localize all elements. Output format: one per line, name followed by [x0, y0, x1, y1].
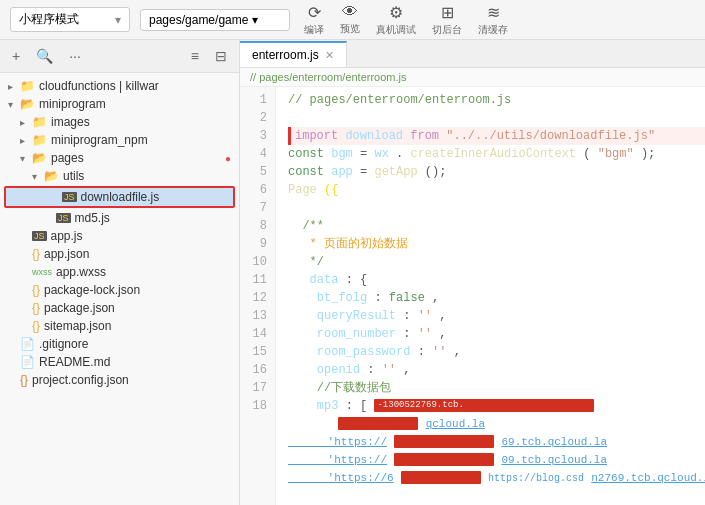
code-line-13: queryResult : '' ,: [288, 307, 705, 325]
code-text: (: [583, 147, 590, 161]
code-line-6: Page ({: [288, 181, 705, 199]
add-file-button[interactable]: +: [8, 46, 24, 66]
code-line-10: */: [288, 253, 705, 271]
code-text: ,: [439, 309, 446, 323]
code-keyword-from: from: [410, 129, 446, 143]
sidebar-item-projectconfig[interactable]: {} project.config.json: [0, 371, 239, 389]
code-content: // pages/enterroom/enterroom.js import d…: [276, 87, 705, 505]
line-num-5: 5: [240, 163, 275, 181]
line-numbers: 1 2 3 4 5 6 7 8 9 10 11 12 13 14 15 16 1…: [240, 87, 276, 505]
sidebar-item-appwxss[interactable]: wxss app.wxss: [0, 263, 239, 281]
code-text: createInnerAudioContext: [410, 147, 576, 161]
code-text: ({: [324, 183, 338, 197]
code-text: ,: [454, 345, 461, 359]
code-text: bt_folg: [288, 291, 367, 305]
item-label: cloudfunctions | killwar: [39, 79, 159, 93]
item-label: sitemap.json: [44, 319, 111, 333]
search-button[interactable]: 🔍: [32, 46, 57, 66]
censored-bar: -1300522769.tcb.: [374, 399, 594, 412]
code-text: room_password: [288, 345, 410, 359]
mode-select[interactable]: 小程序模式 ▾: [10, 7, 130, 32]
code-text: =: [360, 165, 374, 179]
sidebar-item-packagelock[interactable]: {} package-lock.json: [0, 281, 239, 299]
refresh-button[interactable]: ⟳ 编译: [304, 3, 324, 37]
code-line-20: 'https:// 69.tcb.qcloud.la: [288, 433, 705, 451]
tab-enterroom[interactable]: enterroom.js ✕: [240, 41, 347, 67]
sidebar-item-downloadfile[interactable]: JS downloadfile.js: [4, 186, 235, 208]
code-text: room_number: [288, 327, 396, 341]
sidebar-item-gitignore[interactable]: 📄 .gitignore: [0, 335, 239, 353]
url-text: 09.tcb.qcloud.la: [501, 454, 607, 466]
code-text: // pages/enterroom/enterroom.js: [288, 93, 511, 107]
item-label: md5.js: [75, 211, 110, 225]
line-num-9: 9: [240, 235, 275, 253]
line-num-1: 1: [240, 91, 275, 109]
json-file-icon: {}: [32, 319, 40, 333]
sidebar-item-cloudfunctions[interactable]: ▸ 📁 cloudfunctions | killwar: [0, 77, 239, 95]
code-text: data: [310, 273, 339, 287]
item-label: images: [51, 115, 90, 129]
collapse-button[interactable]: ⊟: [211, 46, 231, 66]
clearcache-button[interactable]: ≋ 清缓存: [478, 3, 508, 37]
path-select[interactable]: pages/game/game ▾: [140, 9, 290, 31]
item-label: package-lock.json: [44, 283, 140, 297]
sidebar: + 🔍 ··· ≡ ⊟ ▸ 📁 cloudfunctions | killwar…: [0, 40, 240, 505]
code-line-9: * 页面的初始数据: [288, 235, 705, 253]
sidebar-item-package[interactable]: {} package.json: [0, 299, 239, 317]
censored-bar-5: [401, 471, 481, 484]
code-string: "../../utils/downloadfile.js": [446, 129, 655, 143]
item-label: project.config.json: [32, 373, 129, 387]
json-file-icon: {}: [32, 283, 40, 297]
code-text: );: [641, 147, 655, 161]
code-keyword-import: import: [295, 129, 345, 143]
code-text: '': [382, 363, 396, 377]
tab-close-button[interactable]: ✕: [325, 49, 334, 62]
censored-bar-2: [338, 417, 418, 430]
folder-icon: 📂: [20, 97, 35, 111]
sidebar-item-miniprogram[interactable]: ▾ 📂 miniprogram: [0, 95, 239, 113]
code-line-14: room_number : '' ,: [288, 325, 705, 343]
arrow-icon: ▾: [8, 99, 20, 110]
backend-button[interactable]: ⊞ 切后台: [432, 3, 462, 37]
item-label: app.wxss: [56, 265, 106, 279]
code-text: wx: [374, 147, 388, 161]
align-button[interactable]: ≡: [187, 46, 203, 66]
code-area[interactable]: 1 2 3 4 5 6 7 8 9 10 11 12 13 14 15 16 1…: [240, 87, 705, 505]
preview-button[interactable]: 👁 预览: [340, 3, 360, 36]
sidebar-item-pages[interactable]: ▾ 📂 pages ●: [0, 149, 239, 167]
tab-label: enterroom.js: [252, 48, 319, 62]
code-text: '': [432, 345, 446, 359]
code-line-4: const bgm = wx . createInnerAudioContext…: [288, 145, 705, 163]
realdevice-button[interactable]: ⚙ 真机调试: [376, 3, 416, 37]
code-text: ,: [403, 363, 410, 377]
sidebar-item-sitemap[interactable]: {} sitemap.json: [0, 317, 239, 335]
code-text: ,: [439, 327, 446, 341]
line-num-18: 18: [240, 397, 275, 415]
code-text: :: [403, 309, 417, 323]
main-layout: + 🔍 ··· ≡ ⊟ ▸ 📁 cloudfunctions | killwar…: [0, 40, 705, 505]
preview-label: 预览: [340, 22, 360, 36]
sidebar-item-utils[interactable]: ▾ 📂 utils: [0, 167, 239, 185]
sidebar-item-appjs[interactable]: JS app.js: [0, 227, 239, 245]
code-line-12: bt_folg : false ,: [288, 289, 705, 307]
line-num-13: 13: [240, 307, 275, 325]
js-file-icon: JS: [62, 192, 77, 202]
code-line-3: import download from "../../utils/downlo…: [288, 127, 705, 145]
item-label: app.js: [51, 229, 83, 243]
sidebar-item-md5[interactable]: JS md5.js: [0, 209, 239, 227]
line-num-4: 4: [240, 145, 275, 163]
md-file-icon: 📄: [20, 355, 35, 369]
code-text: getApp: [374, 165, 417, 179]
code-text: const: [288, 165, 331, 179]
sidebar-item-readme[interactable]: 📄 README.md: [0, 353, 239, 371]
more-button[interactable]: ···: [65, 46, 85, 66]
git-file-icon: 📄: [20, 337, 35, 351]
code-text: mp3: [288, 399, 338, 413]
sidebar-item-images[interactable]: ▸ 📁 images: [0, 113, 239, 131]
code-line-1: // pages/enterroom/enterroom.js: [288, 91, 705, 109]
sidebar-item-appjson[interactable]: {} app.json: [0, 245, 239, 263]
sidebar-item-miniprogram-npm[interactable]: ▸ 📁 miniprogram_npm: [0, 131, 239, 149]
url-text-1: 'https://: [288, 436, 387, 448]
censored-bar-3: [394, 435, 494, 448]
code-text: //下载数据包: [288, 381, 391, 395]
